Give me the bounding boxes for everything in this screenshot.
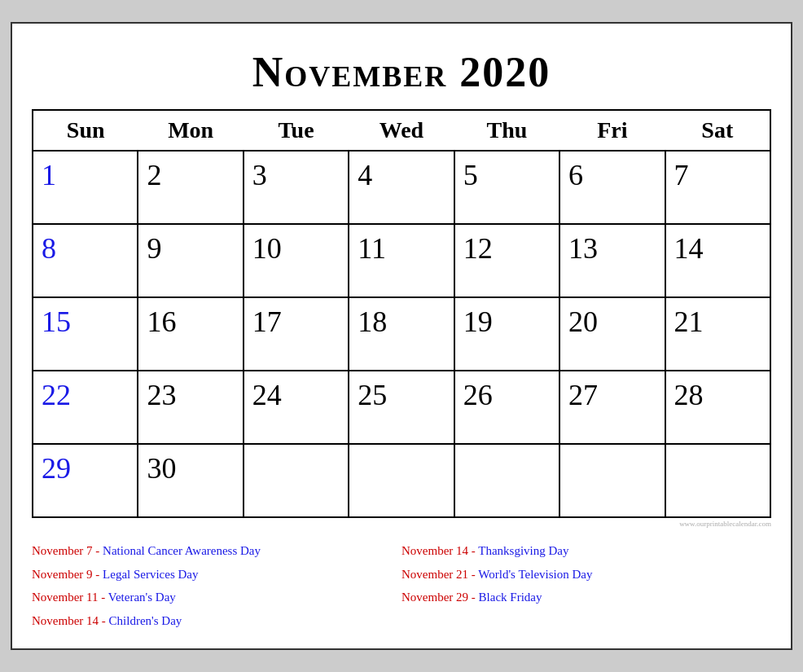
day-number: 22 [42, 378, 129, 412]
holiday-item: November 21 - World's Television Day [402, 563, 771, 586]
day-number: 16 [147, 305, 234, 339]
day-number: 2 [147, 158, 234, 192]
calendar-cell: 16 [138, 297, 243, 371]
holiday-col-left: November 7 - National Cancer Awareness D… [32, 539, 402, 632]
day-header-thu: Thu [454, 110, 559, 151]
calendar-cell: 30 [138, 444, 243, 517]
calendar-cell: 22 [33, 371, 138, 444]
holiday-item: November 11 - Veteran's Day [32, 586, 402, 609]
calendar-cell: 2 [138, 151, 243, 224]
day-number: 10 [252, 231, 340, 266]
calendar-cell: 6 [559, 151, 665, 224]
calendar-cell: 21 [665, 297, 770, 371]
calendar-cell: 10 [244, 224, 349, 297]
holiday-name: National Cancer Awareness Day [103, 544, 261, 557]
holiday-name: Children's Day [109, 614, 182, 627]
holiday-name: Black Friday [479, 591, 542, 604]
calendar-cell: 19 [454, 297, 559, 371]
calendar-cell [559, 444, 665, 517]
calendar-table: SunMonTueWedThuFriSat 123456789101112131… [32, 109, 771, 518]
day-number: 17 [252, 305, 340, 339]
holiday-name: Thanksgiving Day [478, 544, 568, 557]
calendar-cell: 14 [665, 224, 770, 297]
week-row-4: 22232425262728 [33, 371, 770, 444]
holiday-month: November 7 - [32, 544, 103, 557]
calendar-cell [244, 444, 349, 517]
calendar-cell: 15 [33, 297, 138, 371]
holiday-item: November 7 - National Cancer Awareness D… [32, 539, 402, 563]
calendar-cell [454, 444, 559, 517]
calendar-cell: 1 [33, 151, 138, 224]
day-number: 25 [358, 378, 445, 412]
calendar-cell: 20 [559, 297, 665, 371]
calendar-cell: 8 [33, 224, 138, 297]
calendar-cell: 29 [33, 444, 138, 517]
calendar-cell [665, 444, 770, 517]
calendar-cell: 28 [665, 371, 770, 444]
week-row-3: 15161718192021 [33, 297, 770, 371]
day-number: 5 [463, 158, 551, 192]
calendar-cell: 18 [349, 297, 454, 371]
holiday-col-right: November 14 - Thanksgiving DayNovember 2… [402, 539, 771, 632]
day-number: 4 [358, 158, 445, 192]
day-number: 15 [42, 305, 129, 339]
holiday-month: November 9 - [32, 568, 103, 581]
holiday-month: November 29 - [402, 591, 479, 604]
day-number: 30 [147, 451, 234, 485]
day-number: 23 [147, 378, 234, 412]
holiday-item: November 14 - Children's Day [32, 609, 402, 633]
day-number: 14 [674, 231, 761, 266]
day-number: 6 [568, 158, 656, 192]
calendar-cell: 5 [454, 151, 559, 224]
day-number: 9 [147, 231, 234, 266]
week-row-1: 1234567 [33, 151, 770, 224]
holiday-name: World's Television Day [478, 568, 592, 581]
calendar-cell: 13 [559, 224, 665, 297]
calendar-cell: 12 [454, 224, 559, 297]
holidays-section: November 7 - National Cancer Awareness D… [32, 539, 771, 632]
day-number: 18 [358, 305, 445, 339]
day-header-sun: Sun [33, 110, 138, 151]
calendar-title: November 2020 [32, 40, 771, 109]
calendar-cell [349, 444, 454, 517]
day-number: 13 [568, 231, 656, 266]
day-number: 1 [42, 158, 129, 192]
calendar-cell: 27 [559, 371, 665, 444]
calendar-cell: 4 [349, 151, 454, 224]
calendar-cell: 26 [454, 371, 559, 444]
day-number: 20 [568, 305, 656, 339]
day-number: 8 [42, 231, 129, 266]
holiday-month: November 11 - [32, 591, 108, 604]
day-number: 24 [252, 378, 340, 412]
calendar-cell: 23 [138, 371, 243, 444]
calendar-container: November 2020 SunMonTueWedThuFriSat 1234… [11, 22, 792, 650]
day-header-sat: Sat [665, 110, 770, 151]
holiday-item: November 14 - Thanksgiving Day [402, 539, 771, 563]
day-header-fri: Fri [559, 110, 665, 151]
calendar-cell: 24 [244, 371, 349, 444]
week-row-2: 891011121314 [33, 224, 770, 297]
holiday-name: Veteran's Day [108, 591, 176, 604]
calendar-cell: 11 [349, 224, 454, 297]
week-row-5: 2930 [33, 444, 770, 517]
calendar-cell: 17 [244, 297, 349, 371]
day-number: 21 [674, 305, 761, 339]
holiday-item: November 29 - Black Friday [402, 586, 771, 609]
day-header-tue: Tue [244, 110, 349, 151]
day-number: 3 [252, 158, 340, 192]
day-number: 12 [463, 231, 551, 266]
day-number: 19 [463, 305, 551, 339]
holiday-item: November 9 - Legal Services Day [32, 563, 402, 586]
holiday-name: Legal Services Day [103, 568, 198, 581]
day-number: 27 [568, 378, 656, 412]
day-header-mon: Mon [138, 110, 243, 151]
day-number: 11 [358, 231, 445, 266]
day-number: 29 [42, 451, 129, 485]
days-header-row: SunMonTueWedThuFriSat [33, 110, 770, 151]
day-number: 26 [463, 378, 551, 412]
holiday-month: November 14 - [402, 544, 478, 557]
calendar-cell: 9 [138, 224, 243, 297]
watermark: www.ourprintablecalendar.com [32, 518, 771, 528]
calendar-cell: 3 [244, 151, 349, 224]
calendar-cell: 7 [665, 151, 770, 224]
